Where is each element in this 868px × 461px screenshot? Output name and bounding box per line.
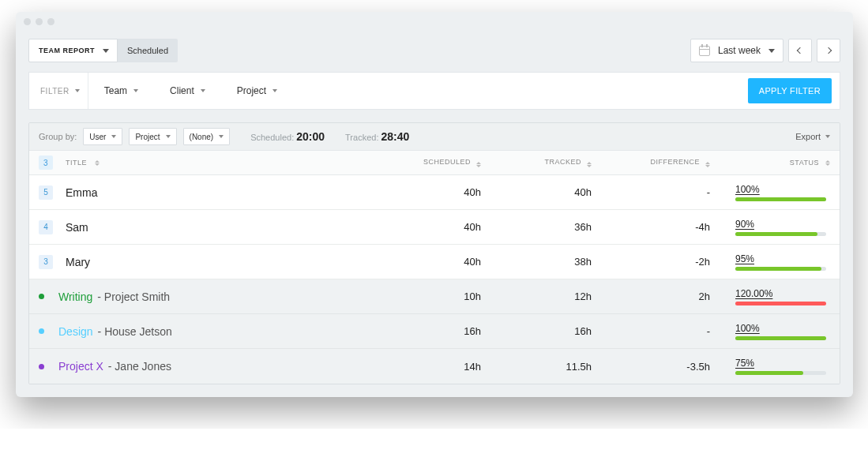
group-select-label: (None) bbox=[190, 133, 214, 141]
table-row[interactable]: 3Mary40h38h-2h95% bbox=[29, 245, 840, 279]
project-client: - Project Smith bbox=[97, 290, 170, 303]
table-header: 3 TITLE SCHEDULED TRACKED DIFFERENCE STA… bbox=[29, 150, 840, 175]
status-bar bbox=[735, 371, 826, 375]
filter-client[interactable]: Client bbox=[154, 73, 221, 109]
apply-filter-label: APPLY FILTER bbox=[759, 86, 821, 96]
status-bar bbox=[735, 197, 826, 201]
status-label: 75% bbox=[735, 358, 754, 369]
row-title: Mary bbox=[66, 256, 90, 268]
window-dot bbox=[36, 18, 43, 25]
group-select-3[interactable]: (None) bbox=[183, 128, 231, 145]
date-range-select[interactable]: Last week bbox=[690, 39, 783, 62]
next-range-button[interactable] bbox=[817, 39, 840, 62]
status-bar bbox=[735, 336, 826, 340]
col-tracked-label[interactable]: TRACKED bbox=[544, 158, 581, 166]
cell-tracked: 36h bbox=[574, 221, 592, 233]
caret-down-icon bbox=[133, 89, 138, 92]
scheduled-summary: Scheduled: 20:00 bbox=[250, 130, 325, 143]
grouping-row: Group by: User Project (None) Scheduled:… bbox=[29, 123, 840, 150]
cell-scheduled: 14h bbox=[464, 361, 481, 373]
status-label: 100% bbox=[735, 184, 760, 195]
project-name: Writing bbox=[58, 290, 92, 303]
cell-scheduled: 40h bbox=[464, 256, 481, 268]
cell-tracked: 38h bbox=[574, 256, 592, 268]
cell-difference: 2h bbox=[699, 290, 710, 302]
export-button[interactable]: Export bbox=[795, 132, 830, 141]
caret-down-icon bbox=[103, 49, 109, 53]
caret-down-icon bbox=[166, 135, 171, 138]
cell-tracked: 12h bbox=[574, 290, 592, 302]
row-count-badge: 4 bbox=[39, 220, 53, 234]
window-dot bbox=[24, 18, 31, 25]
project-client: - Jane Jones bbox=[108, 360, 171, 373]
chevron-left-icon bbox=[797, 47, 803, 54]
col-status-label[interactable]: STATUS bbox=[790, 159, 819, 167]
filter-label-text: FILTER bbox=[40, 87, 70, 96]
cell-scheduled: 40h bbox=[464, 221, 481, 233]
row-title: Sam bbox=[66, 221, 88, 234]
status-bar bbox=[735, 232, 826, 236]
cell-scheduled: 40h bbox=[464, 186, 481, 198]
caret-down-icon bbox=[219, 135, 224, 138]
table-row[interactable]: 4Sam40h36h-4h90% bbox=[29, 210, 840, 245]
cell-difference: -4h bbox=[695, 221, 710, 233]
row-count-badge: 3 bbox=[39, 255, 53, 269]
cell-tracked: 16h bbox=[574, 325, 592, 337]
status-bar bbox=[735, 302, 826, 305]
caret-down-icon bbox=[768, 49, 775, 53]
cell-scheduled: 16h bbox=[464, 325, 481, 337]
caret-down-icon bbox=[825, 135, 830, 138]
table-row[interactable]: Writing - Project Smith10h12h2h120.00% bbox=[29, 279, 840, 314]
date-range-label: Last week bbox=[718, 45, 761, 56]
scheduled-tab-label: Scheduled bbox=[127, 46, 168, 55]
caret-down-icon bbox=[111, 135, 116, 138]
cell-tracked: 11.5h bbox=[566, 361, 592, 373]
col-title-label[interactable]: TITLE bbox=[66, 159, 87, 167]
project-name: Project X bbox=[58, 360, 103, 373]
status-label: 120.00% bbox=[735, 288, 772, 299]
filter-item-label: Client bbox=[170, 85, 194, 96]
row-title: Emma bbox=[66, 186, 97, 199]
filter-team[interactable]: Team bbox=[88, 73, 154, 109]
filter-dropdown[interactable]: FILTER bbox=[29, 73, 88, 109]
calendar-icon bbox=[699, 46, 710, 56]
group-by-label: Group by: bbox=[39, 132, 77, 141]
cell-difference: -2h bbox=[695, 256, 710, 268]
cell-tracked: 40h bbox=[574, 186, 592, 198]
group-select-1[interactable]: User bbox=[83, 128, 122, 145]
col-difference-label[interactable]: DIFFERENCE bbox=[650, 158, 700, 166]
caret-down-icon bbox=[201, 89, 205, 92]
filter-project[interactable]: Project bbox=[221, 73, 293, 109]
group-select-label: Project bbox=[135, 133, 160, 141]
apply-filter-button[interactable]: APPLY FILTER bbox=[748, 78, 832, 103]
chevron-right-icon bbox=[825, 47, 832, 54]
cell-scheduled: 10h bbox=[464, 290, 481, 302]
table-row[interactable]: Project X - Jane Jones14h11.5h-3.5h75% bbox=[29, 349, 840, 384]
group-select-2[interactable]: Project bbox=[129, 128, 176, 145]
col-scheduled-label[interactable]: SCHEDULED bbox=[423, 158, 471, 166]
table-row[interactable]: Design - House Jetson16h16h-100% bbox=[29, 314, 840, 349]
top-bar: TEAM REPORT Scheduled Last week bbox=[16, 31, 853, 72]
project-color-dot bbox=[39, 294, 44, 299]
filter-item-label: Project bbox=[237, 85, 266, 96]
status-label: 90% bbox=[735, 219, 754, 230]
report-type-select[interactable]: TEAM REPORT bbox=[28, 39, 118, 62]
caret-down-icon bbox=[75, 89, 80, 92]
sort-icon bbox=[95, 160, 100, 166]
tracked-summary: Tracked: 28:40 bbox=[345, 130, 409, 143]
table-row[interactable]: 5Emma40h40h-100% bbox=[29, 175, 840, 210]
report-table: Group by: User Project (None) Scheduled:… bbox=[28, 122, 840, 384]
row-count-badge: 5 bbox=[39, 186, 53, 200]
group-select-label: User bbox=[89, 133, 106, 141]
filter-item-label: Team bbox=[104, 85, 127, 96]
project-color-dot bbox=[39, 328, 44, 334]
total-count-badge: 3 bbox=[39, 156, 53, 170]
export-label: Export bbox=[795, 132, 821, 141]
scheduled-tab[interactable]: Scheduled bbox=[118, 39, 178, 62]
filter-bar: FILTER Team Client Project APPLY FILTER bbox=[28, 72, 840, 110]
prev-range-button[interactable] bbox=[788, 39, 812, 62]
status-label: 95% bbox=[735, 253, 754, 264]
status-label: 100% bbox=[735, 323, 760, 334]
window-titlebar bbox=[16, 12, 853, 31]
cell-difference: -3.5h bbox=[686, 361, 710, 373]
